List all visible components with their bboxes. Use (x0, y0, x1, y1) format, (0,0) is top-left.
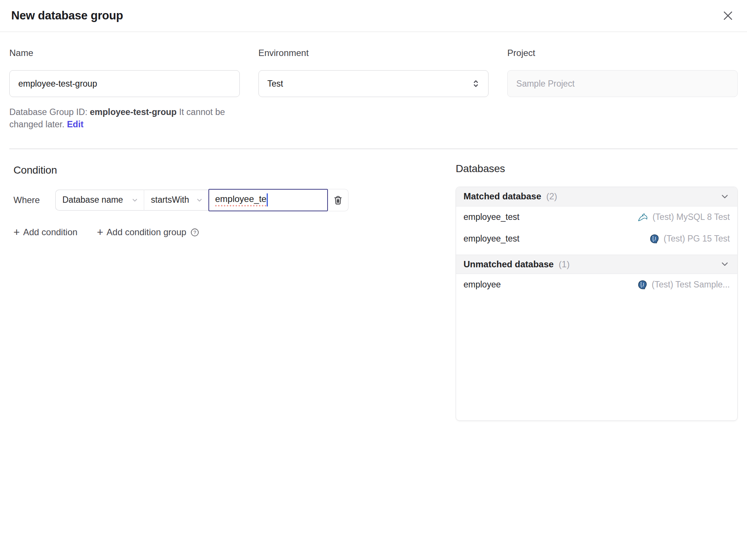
postgresql-icon (637, 280, 648, 290)
environment-select[interactable]: Test (258, 70, 489, 97)
edit-id-link[interactable]: Edit (67, 119, 83, 129)
text-cursor (267, 193, 268, 206)
database-name: employee_test (464, 234, 520, 244)
where-label: Where (13, 195, 55, 205)
dialog-header: New database group (0, 0, 747, 32)
name-input[interactable] (9, 70, 240, 97)
database-instance: (Test) Test Sample... (637, 280, 730, 290)
matched-database-section-header[interactable]: Matched database (2) (456, 187, 737, 206)
database-instance-label: (Test) PG 15 Test (664, 234, 730, 244)
database-row[interactable]: employee (Test) Test Sample... (456, 274, 737, 296)
dialog-body: Name Database Group ID: employee-test-gr… (0, 32, 747, 421)
add-condition-group-label: Add condition group (106, 227, 186, 237)
plus-icon: + (13, 227, 20, 238)
condition-value-input[interactable]: employee_te (208, 189, 328, 211)
databases-panel: Matched database (2) employee_test (Test… (456, 187, 738, 421)
name-label: Name (9, 48, 240, 58)
chevron-up-down-icon (471, 79, 481, 88)
add-condition-label: Add condition (23, 227, 77, 237)
condition-field-select[interactable]: Database name (55, 190, 144, 211)
database-row[interactable]: employee_test (Test) MySQL 8 Test (456, 206, 737, 228)
database-name: employee (464, 280, 501, 290)
svg-text:?: ? (193, 230, 196, 235)
condition-operator-select[interactable]: startsWith (144, 190, 208, 211)
environment-label: Environment (258, 48, 489, 58)
database-group-id-helper: Database Group ID: employee-test-group I… (9, 106, 240, 131)
close-icon (722, 9, 734, 22)
unmatched-database-title: Unmatched database (464, 259, 554, 269)
databases-heading: Databases (456, 163, 738, 175)
unmatched-database-count: (1) (559, 259, 570, 269)
environment-selected-value: Test (267, 79, 283, 89)
page-title: New database group (11, 9, 123, 22)
condition-heading: Condition (13, 164, 441, 176)
database-instance: (Test) MySQL 8 Test (637, 212, 730, 223)
condition-operator-value: startsWith (151, 195, 189, 205)
close-button[interactable] (721, 9, 735, 23)
matched-database-count: (2) (546, 191, 557, 201)
name-field-group: Name Database Group ID: employee-test-gr… (9, 48, 240, 131)
project-input (507, 70, 738, 97)
chevron-down-icon (131, 196, 139, 204)
helper-prefix: Database Group ID: (9, 107, 87, 117)
mysql-icon (637, 212, 648, 223)
database-instance-label: (Test) Test Sample... (652, 280, 730, 290)
condition-actions: + Add condition + Add condition group ? (13, 227, 441, 238)
delete-condition-button[interactable] (328, 189, 348, 211)
database-instance: (Test) PG 15 Test (649, 234, 730, 244)
database-name: employee_test (464, 212, 520, 222)
databases-section: Databases Matched database (2) employee_… (456, 149, 738, 421)
matched-database-title: Matched database (464, 191, 541, 201)
chevron-down-icon (720, 259, 730, 269)
condition-field-value: Database name (62, 195, 123, 205)
unmatched-database-section-header[interactable]: Unmatched database (1) (456, 255, 737, 274)
section-gap (456, 250, 737, 255)
help-circle-icon: ? (190, 228, 199, 237)
helper-group-id: employee-test-group (90, 107, 177, 117)
form-grid: Name Database Group ID: employee-test-gr… (9, 48, 738, 131)
database-instance-label: (Test) MySQL 8 Test (653, 212, 730, 222)
chevron-down-icon (720, 192, 730, 202)
add-condition-group-button[interactable]: + Add condition group ? (97, 227, 199, 238)
help-button[interactable]: ? (190, 228, 199, 237)
condition-value-text: employee_te (215, 194, 266, 206)
database-row[interactable]: employee_test (Test) PG 15 Test (456, 228, 737, 250)
condition-row: Where Database name startsWith employee_… (13, 189, 441, 211)
postgresql-icon (649, 234, 660, 244)
trash-icon (333, 195, 343, 205)
project-label: Project (507, 48, 738, 58)
chevron-down-icon (195, 196, 204, 204)
project-field-group: Project (507, 48, 738, 131)
condition-section: Condition Where Database name startsWith… (9, 149, 456, 238)
plus-icon: + (97, 227, 103, 238)
environment-field-group: Environment Test (258, 48, 489, 131)
add-condition-button[interactable]: + Add condition (13, 227, 77, 238)
